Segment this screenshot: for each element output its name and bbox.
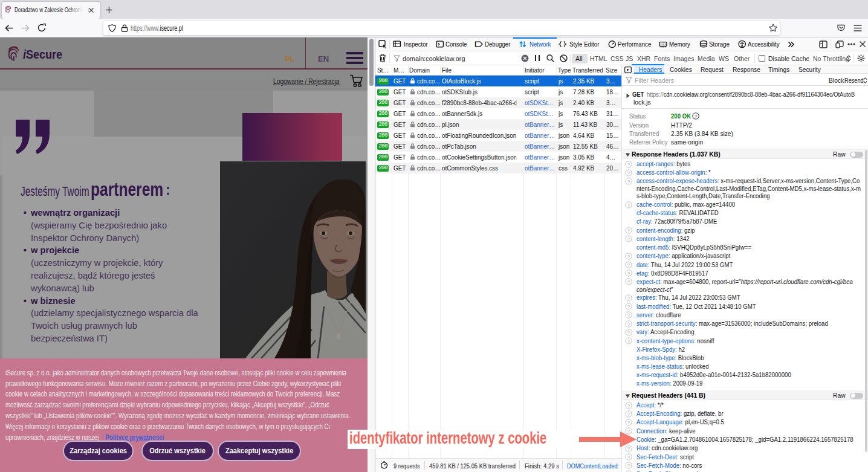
svg-text:?: ? xyxy=(627,419,630,425)
svg-text:?: ? xyxy=(627,279,630,285)
svg-text:?: ? xyxy=(627,304,630,309)
svg-text:?: ? xyxy=(627,454,630,460)
svg-text:?: ? xyxy=(627,411,630,416)
svg-text:?: ? xyxy=(627,236,630,242)
svg-text:?: ? xyxy=(627,178,630,184)
svg-text:?: ? xyxy=(627,228,630,233)
svg-text:?: ? xyxy=(627,321,630,326)
svg-text:?: ? xyxy=(627,312,630,318)
svg-text:?: ? xyxy=(627,329,630,335)
svg-text:?: ? xyxy=(627,161,630,167)
svg-text:?: ? xyxy=(627,295,630,300)
svg-text:?: ? xyxy=(627,262,630,268)
svg-text:?: ? xyxy=(627,402,630,408)
svg-text:?: ? xyxy=(627,202,630,207)
svg-text:?: ? xyxy=(627,170,630,175)
svg-text:?: ? xyxy=(627,338,630,344)
svg-text:?: ? xyxy=(627,253,630,259)
svg-text:?: ? xyxy=(627,463,630,468)
svg-text:?: ? xyxy=(695,114,698,119)
svg-text:?: ? xyxy=(627,271,630,276)
